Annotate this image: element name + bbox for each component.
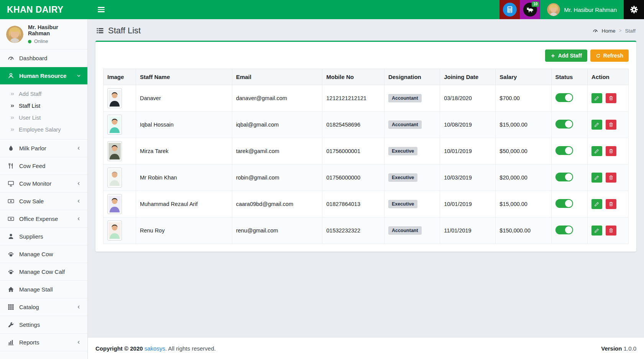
staff-name: Danaver <box>136 85 232 112</box>
designation-badge: Executive <box>388 173 417 182</box>
navbar-user-menu[interactable]: Mr. Hasibur Rahman <box>540 0 624 19</box>
staff-email: iqbal@gmail.com <box>232 112 322 138</box>
delete-button[interactable] <box>606 120 616 130</box>
breadcrumb: Home > Staff <box>593 28 636 34</box>
add-staff-button[interactable]: Add Staff <box>545 49 587 62</box>
edit-button[interactable] <box>591 146 602 156</box>
staff-photo <box>107 88 122 108</box>
sidebar-item-human-resource[interactable]: Human Resource <box>0 67 87 85</box>
sidebar-user-panel: Mr. Hasibur Rahman Online <box>0 19 87 49</box>
tachometer-icon <box>8 55 14 61</box>
staff-list-card: Add Staff Refresh ImageStaff NameEmailMo… <box>95 41 636 252</box>
sidebar-item-settings[interactable]: Settings <box>0 316 87 334</box>
sakosys-link[interactable]: sakosys <box>145 345 165 352</box>
sidebar-subitem-user-list[interactable]: User List <box>0 112 87 124</box>
angles-right-icon <box>10 127 15 132</box>
sidebar-item-milk-parlor[interactable]: Milk Parlor <box>0 140 87 157</box>
brand-logo[interactable]: KHAN DAIRY <box>0 0 88 19</box>
copyright-prefix: Copyright © 2020 <box>95 345 143 352</box>
edit-button[interactable] <box>591 173 602 183</box>
chevron-left-icon <box>76 305 81 310</box>
home-icon <box>8 286 14 293</box>
refresh-button[interactable]: Refresh <box>590 49 629 62</box>
sidebar-subitem-staff-list[interactable]: Staff List <box>0 100 87 112</box>
status-toggle[interactable] <box>555 199 573 208</box>
staff-mobile: 01756000000 <box>322 165 384 191</box>
breadcrumb-home[interactable]: Home <box>601 28 615 34</box>
table-row: Iqbal Hossain iqbal@gmail.com 0182545869… <box>104 112 629 138</box>
staff-email: danaver@gmail.com <box>232 85 322 112</box>
status-toggle[interactable] <box>555 93 573 102</box>
person-icon <box>8 233 14 240</box>
edit-button[interactable] <box>591 93 602 103</box>
staff-name: Mr Robin Khan <box>136 165 232 191</box>
card-toolbar: Add Staff Refresh <box>103 49 629 62</box>
sidebar-item-manage-cow[interactable]: Manage Cow <box>0 245 87 263</box>
delete-button[interactable] <box>606 199 616 209</box>
sidebar-item-dashboard[interactable]: Dashboard <box>0 49 87 67</box>
staff-photo <box>107 115 122 135</box>
table-row: Mirza Tarek tarek@gamil.com 01756000001 … <box>104 138 629 165</box>
calculator-icon <box>503 3 517 16</box>
copyright-suffix: . All rights reserved. <box>165 345 216 352</box>
edit-button[interactable] <box>591 226 602 235</box>
chevron-down-icon <box>76 73 81 78</box>
staff-photo <box>107 141 122 161</box>
sidebar-item-manage-cow-calf[interactable]: Manage Cow Calf <box>0 263 87 281</box>
edit-button[interactable] <box>591 199 602 209</box>
delete-button[interactable] <box>606 146 616 156</box>
cow-notifications-button[interactable]: 10 <box>520 0 540 19</box>
status-toggle[interactable] <box>555 120 573 128</box>
sidebar-item-cow-feed[interactable]: Cow Feed <box>0 157 87 175</box>
chevron-left-icon <box>76 199 81 204</box>
chevron-left-icon <box>76 216 81 221</box>
sidebar-item-cow-sale[interactable]: Cow Sale <box>0 193 87 210</box>
version-number: 1.0.0 <box>624 345 636 352</box>
refresh-icon <box>596 53 601 58</box>
edit-button[interactable] <box>591 120 602 130</box>
sidebar-item-catalog[interactable]: Catalog <box>0 298 87 316</box>
sidebar-subitem-add-staff[interactable]: Add Staff <box>0 88 87 100</box>
money-icon <box>8 216 14 222</box>
table-header-row: ImageStaff NameEmailMobile NoDesignation… <box>104 69 629 85</box>
sidebar-item-cow-monitor[interactable]: Cow Monitor <box>0 175 87 193</box>
angles-right-icon <box>10 103 15 109</box>
delete-button[interactable] <box>606 93 616 103</box>
column-header-salary: Salary <box>496 69 551 85</box>
column-header-status: Status <box>551 69 588 85</box>
salary: $150,000.00 <box>496 217 551 244</box>
sidebar: Mr. Hasibur Rahman Online Dashboard Huma… <box>0 19 88 359</box>
staff-email: robin@gmail.com <box>232 165 322 191</box>
pencil-icon <box>594 96 600 101</box>
sidebar-item-office-expense[interactable]: Office Expense <box>0 210 87 228</box>
status-toggle[interactable] <box>555 146 573 155</box>
sidebar-item-manage-stall[interactable]: Manage Stall <box>0 281 87 298</box>
sidebar-user-name: Mr. Hasibur Rahman <box>28 24 81 36</box>
notification-count-badge: 10 <box>532 2 539 7</box>
status-toggle[interactable] <box>555 173 573 181</box>
column-header-joining-date: Joining Date <box>440 69 496 85</box>
online-status-dot <box>28 40 31 43</box>
sidebar-subitem-employee-salary[interactable]: Employee Salary <box>0 124 87 135</box>
staff-name: Renu Roy <box>136 217 232 244</box>
chevron-left-icon <box>76 146 81 151</box>
version-label: Version <box>601 345 622 352</box>
calculator-nav-button[interactable] <box>499 0 520 19</box>
status-toggle[interactable] <box>555 226 573 234</box>
sidebar-item-reports[interactable]: Reports <box>0 334 87 351</box>
grid-icon <box>8 304 14 310</box>
settings-gear-button[interactable] <box>624 0 644 19</box>
sidebar-item-suppliers[interactable]: Suppliers <box>0 228 87 245</box>
staff-email: caara09bd@gmail.com <box>232 191 322 217</box>
top-navbar: KHAN DAIRY 10 Mr. Hasibur Rahman <box>0 0 644 19</box>
joining-date: 03/18/2020 <box>440 85 496 112</box>
column-header-action: Action <box>588 69 629 85</box>
sidebar-toggle-button[interactable] <box>95 5 107 15</box>
trash-icon <box>608 122 614 127</box>
delete-button[interactable] <box>606 173 616 183</box>
joining-date: 10/01/2019 <box>440 191 496 217</box>
delete-button[interactable] <box>606 226 616 235</box>
pencil-icon <box>594 228 600 233</box>
home-icon <box>593 28 598 33</box>
salary: $20,000.00 <box>496 165 551 191</box>
